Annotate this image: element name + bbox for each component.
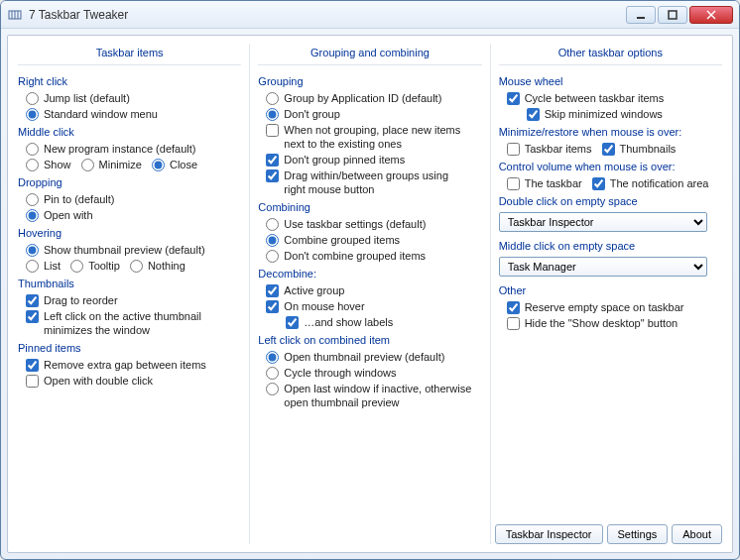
select-dblclick-action[interactable]: Taskbar Inspector [499,212,707,232]
radio-show[interactable] [26,159,39,171]
group-middle-click: Middle click [18,126,241,138]
label-minimize: Minimize [99,158,142,171]
label-taskbar-items: Taskbar items [525,142,592,156]
radio-minimize[interactable] [81,159,94,171]
label-jump-list: Jump list (default) [44,91,130,105]
app-window: 7 Taskbar Tweaker Taskbar items Right cl… [0,0,740,560]
minimize-button[interactable] [626,6,656,24]
check-hide-show-desktop[interactable] [507,317,520,330]
radio-cycle-windows[interactable] [266,367,279,380]
radio-tooltip[interactable] [70,260,83,273]
check-on-hover[interactable] [266,300,279,313]
column-header: Grouping and combining [258,44,481,65]
titlebar: 7 Taskbar Tweaker [1,1,739,29]
label-pin-to: Pin to (default) [44,192,115,206]
radio-standard-menu[interactable] [26,108,39,121]
radio-group-appid[interactable] [266,92,279,105]
label-drag-groups: Drag within/between groups using right m… [284,168,472,196]
footer-buttons: Taskbar Inspector Settings About [495,524,722,544]
label-skip-minimized: Skip minimized windows [545,107,663,121]
label-open-dblclick: Open with double click [44,374,153,388]
radio-open-with[interactable] [26,209,39,222]
radio-nothing[interactable] [130,260,143,273]
column-separator [249,44,250,544]
radio-list[interactable] [26,260,39,273]
group-combining: Combining [258,201,481,213]
label-active-group: Active group [284,283,344,297]
radio-pin-to[interactable] [26,193,39,206]
label-cycle-items: Cycle between taskbar items [525,91,665,105]
check-cycle-items[interactable] [507,92,520,105]
group-other: Other [499,284,722,296]
radio-close[interactable] [152,159,165,171]
check-leftclick-minimizes[interactable] [26,310,39,323]
column-header: Other taskbar options [499,44,722,65]
check-active-group[interactable] [266,284,279,297]
check-drag-groups[interactable] [266,169,279,182]
check-open-dblclick[interactable] [26,375,39,388]
check-when-not-grouping[interactable] [266,124,279,137]
content-area: Taskbar items Right click Jump list (def… [7,35,733,553]
group-decombine: Decombine: [258,268,481,280]
select-midclick-action[interactable]: Task Manager [499,257,707,277]
radio-open-last[interactable] [266,383,279,395]
label-use-taskbar-settings: Use taskbar settings (default) [284,217,426,231]
check-thumbnails[interactable] [602,143,615,156]
label-dont-group-pinned: Don't group pinned items [284,153,405,167]
group-pinned-items: Pinned items [18,342,241,354]
column-other: Other taskbar options Mouse wheel Cycle … [499,44,722,544]
group-right-click: Right click [18,75,241,87]
label-show: Show [44,158,71,171]
group-dropping: Dropping [18,176,241,188]
app-icon [7,7,23,23]
about-button[interactable]: About [672,524,722,544]
check-show-labels[interactable] [286,316,299,329]
check-dont-group-pinned[interactable] [266,154,279,167]
label-combine-grouped: Combine grouped items [284,233,400,247]
group-leftclick-combined: Left click on combined item [258,334,481,346]
label-hide-show-desktop: Hide the "Show desktop" button [525,316,678,330]
label-dont-combine: Don't combine grouped items [284,249,426,263]
label-notification-area: The notification area [610,176,709,190]
radio-combine-grouped[interactable] [266,234,279,247]
label-cycle-windows: Cycle through windows [284,366,396,380]
check-taskbar-items[interactable] [507,143,520,156]
group-dblclick-empty: Double click on empty space [499,195,722,207]
radio-open-thumb[interactable] [266,351,279,364]
taskbar-inspector-button[interactable]: Taskbar Inspector [495,524,603,544]
radio-use-taskbar-settings[interactable] [266,218,279,231]
radio-dont-combine[interactable] [266,250,279,263]
group-midclick-empty: Middle click on empty space [499,240,722,252]
maximize-button[interactable] [658,6,687,24]
radio-new-program[interactable] [26,143,39,156]
radio-thumbnail-preview[interactable] [26,244,39,257]
check-notification-area[interactable] [592,177,605,190]
settings-button[interactable]: Settings [607,524,669,544]
check-reserve-space[interactable] [507,301,520,314]
label-standard-menu: Standard window menu [44,107,158,121]
radio-jump-list[interactable] [26,92,39,105]
radio-dont-group[interactable] [266,108,279,121]
label-nothing: Nothing [148,259,185,273]
group-thumbnails: Thumbnails [18,278,241,289]
column-taskbar-items: Taskbar items Right click Jump list (def… [18,44,241,544]
label-thumbnail-preview: Show thumbnail preview (default) [44,243,205,257]
label-tooltip: Tooltip [88,259,120,273]
label-open-with: Open with [44,208,93,222]
group-min-restore: Minimize/restore when mouse is over: [499,126,722,138]
label-new-program: New program instance (default) [44,142,195,156]
check-remove-gap[interactable] [26,359,39,372]
label-remove-gap: Remove extra gap between items [44,358,206,372]
label-drag-reorder: Drag to reorder [44,293,118,307]
check-drag-reorder[interactable] [26,294,39,307]
label-on-hover: On mouse hover [284,299,364,313]
label-close: Close [170,158,197,171]
close-button[interactable] [689,6,733,24]
group-grouping: Grouping [258,75,481,87]
group-hovering: Hovering [18,227,241,239]
group-volume: Control volume when mouse is over: [499,161,722,172]
group-mouse-wheel: Mouse wheel [499,75,722,87]
check-skip-minimized[interactable] [527,108,540,121]
check-the-taskbar[interactable] [507,177,520,190]
label-the-taskbar: The taskbar [525,176,582,190]
